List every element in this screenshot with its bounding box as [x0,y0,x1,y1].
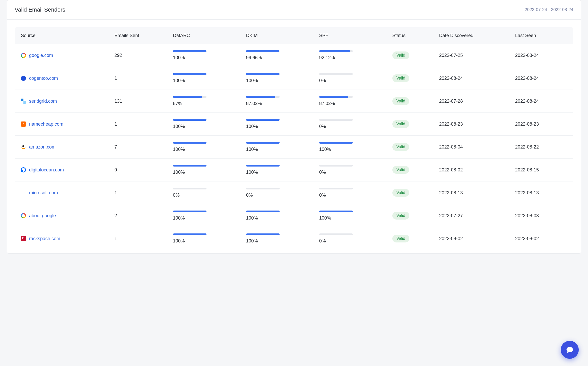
spf-bar [319,165,353,167]
dkim-cell: 0% [240,181,313,204]
table-row[interactable]: rackspace.com1100%100%0%Valid2022-08-022… [15,227,573,250]
spf-cell: 0% [313,227,386,250]
col-dmarc[interactable]: DMARC [167,27,240,44]
spf-value: 0% [319,193,382,198]
spf-bar [319,233,353,235]
status-badge: Valid [392,189,409,197]
source-cell: amazon.com [15,136,108,159]
source-cell: rackspace.com [15,227,108,250]
last-seen-cell: 2022-08-15 [509,159,573,181]
spf-cell: 0% [313,159,386,181]
spf-value: 0% [319,78,382,83]
col-date-discovered[interactable]: Date Discovered [433,27,509,44]
dmarc-cell: 0% [167,181,240,204]
dmarc-cell: 100% [167,113,240,136]
dkim-bar [246,119,280,121]
dmarc-value: 87% [173,101,236,106]
date-discovered-cell: 2022-08-02 [433,159,509,181]
source-cell: about.google [15,204,108,227]
dmarc-bar [173,188,206,189]
dkim-value: 99.66% [246,55,309,60]
dmarc-value: 100% [173,78,236,83]
source-link[interactable]: sendgrid.com [29,99,57,104]
last-seen-cell: 2022-08-02 [509,227,573,250]
dkim-value: 100% [246,124,309,129]
date-discovered-cell: 2022-07-25 [433,44,509,67]
spf-value: 0% [319,124,382,129]
table-row[interactable]: digitalocean.com9100%100%0%Valid2022-08-… [15,159,573,181]
source-link[interactable]: google.com [29,53,53,58]
spf-cell: 0% [313,67,386,90]
source-cell: cogentco.com [15,67,108,90]
date-discovered-cell: 2022-07-27 [433,204,509,227]
col-source[interactable]: Source [15,27,108,44]
table-row[interactable]: microsoft.com10%0%0%Valid2022-08-132022-… [15,181,573,204]
emails-sent-cell: 1 [108,181,167,204]
spf-bar [319,211,353,212]
senders-table: Source Emails Sent DMARC DKIM SPF Status… [15,27,573,250]
status-badge: Valid [392,235,409,242]
source-link[interactable]: microsoft.com [29,190,58,196]
table-row[interactable]: amazon.com7100%100%100%Valid2022-08-0420… [15,136,573,159]
table-row[interactable]: google.com292100%99.66%92.12%Valid2022-0… [15,44,573,67]
sendgrid-icon [21,99,26,104]
dkim-bar [246,211,280,212]
table-row[interactable]: sendgrid.com13187%87.02%87.02%Valid2022-… [15,90,573,113]
status-cell: Valid [386,90,433,113]
dkim-bar [246,188,280,189]
dmarc-value: 100% [173,147,236,152]
table-row[interactable]: about.google2100%100%100%Valid2022-07-27… [15,204,573,227]
date-discovered-cell: 2022-08-02 [433,227,509,250]
dkim-bar [246,73,280,75]
spf-bar [319,188,353,189]
spf-cell: 92.12% [313,44,386,67]
spf-value: 100% [319,147,382,152]
source-link[interactable]: amazon.com [29,144,56,150]
source-link[interactable]: digitalocean.com [29,167,64,173]
spf-cell: 0% [313,181,386,204]
dkim-bar [246,50,280,52]
spf-value: 87.02% [319,101,382,106]
emails-sent-cell: 131 [108,90,167,113]
col-spf[interactable]: SPF [313,27,386,44]
emails-sent-cell: 7 [108,136,167,159]
do-icon [21,167,26,172]
source-link[interactable]: rackspace.com [29,236,60,241]
source-link[interactable]: about.google [29,213,56,219]
last-seen-cell: 2022-08-24 [509,67,573,90]
emails-sent-cell: 1 [108,113,167,136]
col-status[interactable]: Status [386,27,433,44]
status-badge: Valid [392,212,409,220]
date-discovered-cell: 2022-07-28 [433,90,509,113]
dmarc-cell: 100% [167,227,240,250]
status-cell: Valid [386,204,433,227]
status-cell: Valid [386,67,433,90]
date-range: 2022-07-24 - 2022-08-24 [525,7,573,12]
last-seen-cell: 2022-08-22 [509,136,573,159]
card-header: Valid Email Senders 2022-07-24 - 2022-08… [7,0,581,20]
last-seen-cell: 2022-08-24 [509,90,573,113]
source-link[interactable]: namecheap.com [29,121,63,127]
emails-sent-cell: 1 [108,67,167,90]
source-link[interactable]: cogentco.com [29,76,58,81]
dmarc-bar [173,142,206,144]
dkim-bar [246,165,280,167]
table-row[interactable]: namecheap.com1100%100%0%Valid2022-08-232… [15,113,573,136]
dmarc-bar [173,165,206,167]
col-last-seen[interactable]: Last Seen [509,27,573,44]
dmarc-value: 0% [173,193,236,198]
spf-bar [319,96,353,98]
dmarc-cell: 100% [167,44,240,67]
table-row[interactable]: cogentco.com1100%100%0%Valid2022-08-2420… [15,67,573,90]
google-icon [21,213,26,218]
col-emails-sent[interactable]: Emails Sent [108,27,167,44]
dmarc-cell: 100% [167,136,240,159]
spf-cell: 100% [313,136,386,159]
google-icon [21,53,26,58]
dkim-value: 87.02% [246,101,309,106]
status-cell: Valid [386,159,433,181]
col-dkim[interactable]: DKIM [240,27,313,44]
dkim-cell: 100% [240,136,313,159]
dmarc-value: 100% [173,170,236,175]
status-badge: Valid [392,51,409,59]
